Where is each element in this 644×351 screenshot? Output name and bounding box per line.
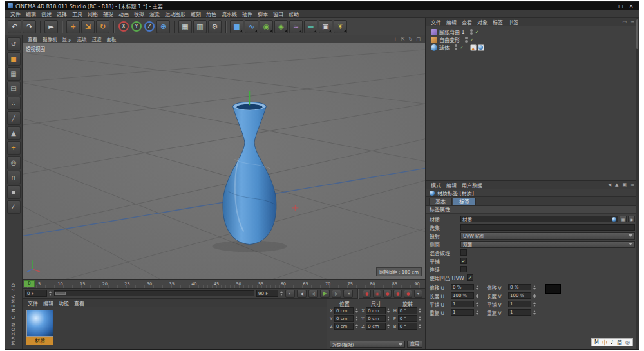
add-camera-icon[interactable]: ▣: [319, 20, 332, 33]
viewport-menu-item[interactable]: 查看: [25, 35, 40, 43]
menu-item[interactable]: 编辑: [444, 182, 459, 189]
add-environment-icon[interactable]: ▬: [304, 20, 317, 33]
menu-item[interactable]: 运动图形: [162, 10, 188, 17]
previous-frame-icon[interactable]: ◁: [308, 290, 318, 298]
menu-item[interactable]: 流水线: [219, 10, 240, 17]
model-mode-icon[interactable]: ■: [7, 52, 21, 66]
tiles-v-field[interactable]: 1: [508, 301, 531, 307]
stepper-icon[interactable]: [475, 285, 479, 290]
offset-v-field[interactable]: 0 %: [508, 284, 531, 290]
go-to-end-icon[interactable]: ⇥: [343, 290, 353, 298]
start-frame-field[interactable]: 0 F: [25, 290, 52, 297]
record-scale-icon[interactable]: ●: [393, 290, 402, 298]
material-thumbnail[interactable]: [26, 310, 53, 337]
tile-checkbox[interactable]: ✓: [460, 258, 467, 264]
stepper-icon[interactable]: [475, 294, 479, 298]
go-to-start-icon[interactable]: ⇤: [285, 290, 295, 298]
material-link-field[interactable]: 材质: [460, 216, 618, 222]
timeline-range-slider[interactable]: [54, 290, 254, 296]
texture-mode-icon[interactable]: ▦: [7, 67, 21, 81]
stepper-icon[interactable]: [532, 310, 536, 315]
enable-check-icon[interactable]: ✓: [475, 30, 479, 35]
object-name[interactable]: 球体: [439, 44, 450, 51]
stepper-icon[interactable]: [354, 316, 359, 321]
coordinate-system-icon[interactable]: ⊕: [156, 20, 170, 33]
position-y-field[interactable]: 0 cm: [334, 315, 354, 322]
material-item[interactable]: 材质: [26, 310, 55, 345]
viewport-menu-item[interactable]: 选项: [75, 35, 90, 43]
record-position-icon[interactable]: ●: [383, 290, 392, 298]
texture-preview[interactable]: [545, 284, 561, 294]
menu-item[interactable]: 雕刻: [188, 10, 204, 17]
current-frame-marker[interactable]: 0: [24, 280, 35, 287]
polygons-mode-icon[interactable]: ▲: [7, 126, 21, 140]
stepper-icon[interactable]: [475, 310, 479, 315]
enable-check-icon[interactable]: ✓: [470, 37, 474, 43]
menu-item[interactable]: 网格: [85, 10, 100, 17]
menu-item[interactable]: 脚本: [255, 10, 270, 17]
close-button[interactable]: ×: [626, 3, 636, 9]
offset-u-field[interactable]: 0 %: [451, 284, 474, 290]
projection-dropdown[interactable]: UVW 贴图: [460, 232, 635, 240]
add-cube-icon[interactable]: ■: [230, 20, 243, 33]
material-picker-icon[interactable]: ▦: [620, 216, 627, 222]
ime-settings-icon[interactable]: ◎: [625, 339, 630, 345]
viewport-menu-item[interactable]: 过滤: [90, 35, 104, 43]
live-selection-icon[interactable]: ►: [44, 20, 58, 33]
add-deformer-icon[interactable]: ≈: [289, 20, 303, 33]
texture-tag-icon[interactable]: [478, 44, 484, 51]
edges-mode-icon[interactable]: ╱: [7, 111, 21, 125]
scale-tool-icon[interactable]: ⇲: [81, 20, 95, 33]
menu-item[interactable]: 插件: [240, 10, 255, 17]
rotate-tool-icon[interactable]: ↻: [96, 20, 109, 33]
stepper-icon[interactable]: [532, 302, 536, 307]
start-frame-value[interactable]: 0 F: [25, 290, 47, 297]
add-subdivision-surface-icon[interactable]: ◉: [260, 20, 273, 33]
tab-tag[interactable]: 标签: [453, 198, 476, 205]
make-editable-icon[interactable]: ↺: [7, 37, 21, 51]
lock-x-axis-icon[interactable]: X: [118, 21, 129, 32]
menu-item[interactable]: 编辑: [41, 299, 56, 307]
stepper-icon[interactable]: [386, 316, 391, 321]
menu-item[interactable]: 渲染: [147, 10, 162, 17]
visibility-toggles[interactable]: [455, 44, 457, 50]
search-icon[interactable]: ▭: [621, 19, 629, 24]
menu-item[interactable]: 选择: [54, 10, 70, 17]
side-dropdown[interactable]: 双面: [460, 241, 635, 248]
menu-item[interactable]: 模式: [428, 182, 444, 189]
ime-chinese-icon[interactable]: 中: [602, 339, 607, 346]
scrollbar-thumb[interactable]: [636, 19, 638, 49]
quantize-icon[interactable]: ∠: [7, 200, 21, 214]
object-name[interactable]: 膨胀弯曲 1: [439, 28, 465, 35]
pan-view-icon[interactable]: +: [392, 37, 399, 42]
menu-item[interactable]: 创建: [39, 10, 54, 17]
lock-z-axis-icon[interactable]: Z: [144, 21, 155, 32]
ime-mode-icon[interactable]: M: [594, 339, 599, 345]
menu-item[interactable]: 编辑: [444, 19, 459, 26]
object-name[interactable]: 自由变形: [439, 36, 460, 43]
workplane-lock-icon[interactable]: ▪: [7, 185, 21, 199]
undo-icon[interactable]: ↶: [8, 20, 21, 33]
redo-icon[interactable]: ↷: [23, 20, 36, 33]
position-z-field[interactable]: 0 cm: [334, 323, 354, 330]
size-x-field[interactable]: 0 cm: [366, 307, 385, 314]
material-name[interactable]: 材质: [26, 337, 53, 345]
menu-item[interactable]: 对象: [475, 19, 490, 26]
repetition-v-field[interactable]: 1: [508, 309, 531, 316]
stepper-icon[interactable]: [354, 308, 359, 313]
keyframe-selection-icon[interactable]: ▾: [414, 290, 422, 298]
record-keyframe-icon[interactable]: ●: [363, 290, 371, 298]
size-y-field[interactable]: 0 cm: [366, 315, 385, 322]
stepper-icon[interactable]: [279, 291, 283, 296]
mix-textures-checkbox[interactable]: [460, 249, 467, 256]
move-tool-icon[interactable]: +: [66, 20, 80, 33]
add-light-icon[interactable]: ☀: [334, 20, 347, 33]
timeline-ruler[interactable]: 0 51015202530354045505560657075808590: [23, 280, 425, 289]
stepper-icon[interactable]: [418, 324, 422, 328]
stepper-icon[interactable]: [386, 308, 391, 313]
menu-item[interactable]: 角色: [204, 10, 219, 17]
workplane-mode-icon[interactable]: ▤: [7, 82, 21, 95]
maximize-button[interactable]: □: [616, 3, 626, 9]
rotation-h-field[interactable]: 0 °: [398, 307, 417, 314]
bump-uvw-checkbox[interactable]: ✓: [467, 274, 473, 281]
